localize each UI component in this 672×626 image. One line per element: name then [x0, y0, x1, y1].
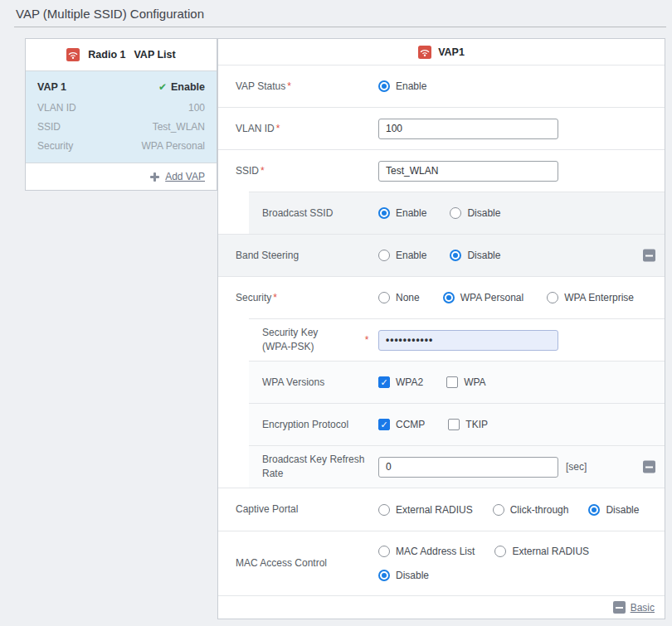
security-key-row: Security Key (WPA-PSK) *: [249, 318, 665, 361]
add-vap-link[interactable]: Add VAP: [165, 171, 205, 182]
vap-name: VAP 1: [37, 76, 66, 99]
broadcast-ssid-enable-radio[interactable]: Enable: [378, 207, 426, 219]
vap-summary-row: Security WPA Personal: [37, 137, 205, 156]
vap-list-panel: Radio 1 VAP List VAP 1 ✔ Enable VLAN ID …: [25, 38, 217, 191]
radio-unselected-icon: [450, 207, 461, 219]
radio-unselected-icon: [547, 292, 558, 303]
required-marker: *: [355, 334, 378, 346]
row-label: MAC Access Control: [236, 556, 378, 570]
radio-selected-icon: [378, 570, 390, 581]
option-label: Disable: [396, 570, 429, 581]
radio-unselected-icon: [494, 546, 506, 557]
mac-external-radius-radio[interactable]: External RADIUS: [494, 546, 589, 557]
label-text: Security Key (WPA-PSK): [262, 327, 318, 352]
option-label: MAC Address List: [396, 546, 475, 557]
ccmp-checkbox[interactable]: CCMP: [378, 419, 425, 430]
broadcast-ssid-options: Enable Disable: [378, 207, 500, 219]
tkip-checkbox[interactable]: TKIP: [448, 419, 488, 430]
vap-status-badge: ✔ Enable: [158, 76, 205, 99]
minus-bar: [645, 255, 653, 256]
security-wpa-personal-radio[interactable]: WPA Personal: [443, 292, 523, 303]
option-label: Click-through: [510, 504, 569, 516]
mac-access-control-row: MAC Access Control MAC Address List Exte…: [218, 531, 665, 595]
security-key-input[interactable]: [378, 330, 558, 351]
mac-address-list-radio[interactable]: MAC Address List: [378, 546, 475, 557]
security-row: Security* None WPA Personal WPA Enterpri…: [218, 276, 665, 318]
plus-icon: [150, 172, 159, 182]
captive-portal-click-through-radio[interactable]: Click-through: [493, 504, 569, 516]
vap-list-label: VAP List: [134, 49, 175, 61]
ssid-input[interactable]: [378, 161, 558, 182]
radio-unselected-icon: [378, 546, 390, 557]
selected-vap-card[interactable]: VAP 1 ✔ Enable VLAN ID 100 SSID Test_WLA…: [26, 70, 217, 163]
checkbox-checked-icon: [378, 376, 390, 388]
radio-selected-icon: [450, 250, 461, 261]
basic-link[interactable]: Basic: [631, 602, 655, 614]
security-wpa-enterprise-radio[interactable]: WPA Enterprise: [547, 292, 634, 303]
radio-selected-icon: [443, 292, 455, 303]
broadcast-ssid-disable-radio[interactable]: Disable: [450, 207, 500, 219]
basic-minus-icon[interactable]: [613, 601, 626, 614]
row-label: Band Steering: [236, 249, 378, 263]
option-label: WPA2: [396, 376, 423, 388]
label-text: Band Steering: [236, 250, 299, 261]
label-text: VAP Status: [236, 80, 285, 92]
option-label: None: [396, 292, 420, 303]
label-text: Captive Portal: [236, 503, 298, 515]
checkbox-unchecked-icon: [446, 376, 458, 388]
radio-selected-icon: [378, 80, 390, 92]
mac-options-line2: Disable: [378, 570, 589, 581]
wpa-versions-row: WPA Versions WPA2 WPA: [249, 361, 665, 403]
option-label: Disable: [606, 504, 639, 516]
checkbox-unchecked-icon: [448, 419, 460, 430]
radio-unselected-icon: [378, 250, 390, 261]
option-label: External RADIUS: [512, 546, 589, 557]
check-icon: ✔: [158, 76, 167, 99]
wpa-checkbox[interactable]: WPA: [446, 376, 485, 388]
required-marker: *: [273, 292, 277, 303]
captive-portal-external-radius-radio[interactable]: External RADIUS: [378, 504, 473, 516]
row-label: VLAN ID*: [236, 122, 378, 136]
row-label: WPA Versions: [262, 376, 378, 390]
option-label: Disable: [467, 207, 500, 219]
field-label: VLAN ID: [37, 99, 76, 118]
wpa2-checkbox[interactable]: WPA2: [378, 376, 423, 388]
page-title: VAP (Multiple SSID) Configuration: [16, 7, 204, 21]
radio-unselected-icon: [378, 292, 390, 303]
vlan-id-input[interactable]: [378, 119, 558, 139]
radio-unselected-icon: [493, 504, 504, 516]
band-steering-enable-radio[interactable]: Enable: [378, 250, 426, 261]
vap-summary-row: VLAN ID 100: [37, 99, 205, 118]
label-text: Broadcast SSID: [262, 207, 333, 219]
option-label: WPA Enterprise: [564, 292, 634, 303]
captive-portal-options: External RADIUS Click-through Disable: [378, 504, 639, 516]
mac-disable-radio[interactable]: Disable: [378, 570, 429, 581]
vap-summary-row: SSID Test_WLAN: [37, 118, 205, 137]
vap-status-enable-radio[interactable]: Enable: [378, 80, 426, 92]
vap-config-header: VAP1: [218, 39, 665, 65]
captive-portal-disable-radio[interactable]: Disable: [588, 504, 639, 516]
label-text: Broadcast Key Refresh Rate: [262, 454, 364, 479]
unit-label: [sec]: [566, 461, 587, 473]
collapse-minus-icon[interactable]: [643, 461, 655, 473]
required-marker: *: [287, 80, 291, 92]
security-none-radio[interactable]: None: [378, 292, 420, 303]
band-steering-row: Band Steering Enable Disable: [218, 234, 665, 276]
row-label: Security*: [236, 291, 378, 305]
vap-config-title: VAP1: [438, 46, 465, 58]
option-label: Disable: [467, 250, 500, 261]
encryption-protocol-row: Encryption Protocol CCMP TKIP: [249, 403, 665, 445]
option-label: Enable: [396, 250, 426, 261]
radio-label: Radio 1: [88, 49, 125, 61]
vap-config-panel: VAP1 VAP Status* Enable VLAN ID* SSID* B…: [217, 38, 665, 619]
wifi-icon: [418, 46, 431, 59]
broadcast-key-refresh-rate-input[interactable]: [378, 457, 558, 478]
row-label: VAP Status*: [236, 80, 378, 94]
band-steering-disable-radio[interactable]: Disable: [450, 250, 500, 261]
collapse-minus-icon[interactable]: [643, 250, 655, 262]
field-value: Test_WLAN: [153, 118, 205, 137]
field-value: 100: [188, 99, 205, 118]
vap-status-row: VAP Status* Enable: [218, 65, 665, 107]
label-text: MAC Access Control: [236, 557, 327, 569]
option-label: WPA Personal: [460, 292, 523, 303]
